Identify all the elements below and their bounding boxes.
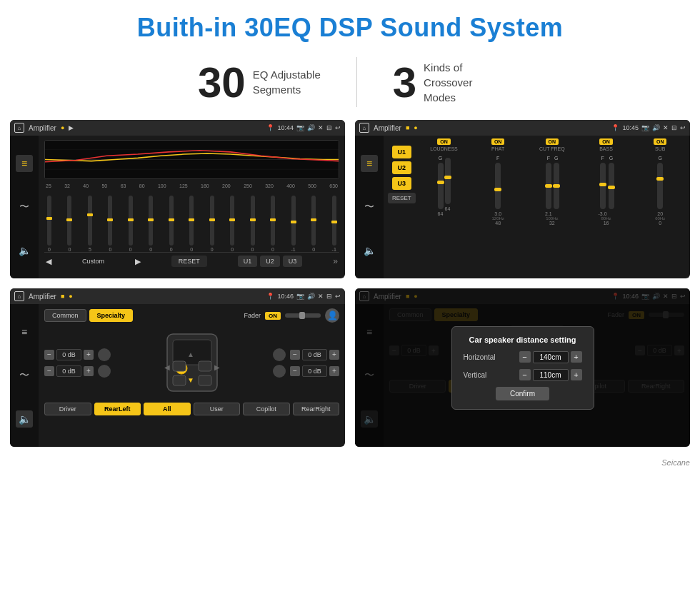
speaker-top-row: Common Specialty Fader ON 👤 bbox=[44, 308, 339, 323]
eq-slider-2: 0 bbox=[67, 196, 71, 252]
status-bar-3: ⌂ Amplifier ■ ● 📍 10:46 📷 🔊 ✕ ⊟ ↩ bbox=[10, 288, 345, 304]
crossover-stat: 3 Kinds of Crossover Modes bbox=[357, 58, 538, 107]
fader-track[interactable] bbox=[285, 313, 321, 318]
speaker-icon-fl bbox=[98, 348, 111, 361]
close-icon-1: ✕ bbox=[318, 124, 324, 131]
sidebar-speaker-icon[interactable]: 🔈 bbox=[16, 242, 33, 259]
sidebar-eq-icon-2[interactable]: ≡ bbox=[361, 155, 378, 172]
eq-slider-6: 0 bbox=[149, 196, 153, 252]
eq-slider-5: 0 bbox=[129, 196, 133, 252]
fader-on-badge[interactable]: ON bbox=[265, 312, 281, 320]
db-control-rr: − 0 dB + bbox=[273, 365, 339, 378]
eq-u3-btn[interactable]: U3 bbox=[283, 256, 303, 267]
screen-body-2: ≡ 〜 🔈 U1 U2 U3 RESET bbox=[355, 136, 690, 278]
db-plus-fl[interactable]: + bbox=[84, 350, 94, 360]
speaker-icon-rr bbox=[273, 365, 286, 378]
sub-on[interactable]: ON bbox=[654, 138, 667, 145]
bass-on[interactable]: ON bbox=[599, 138, 613, 145]
db-value-fr: 0 dB bbox=[302, 349, 327, 360]
common-tab-3[interactable]: Common bbox=[44, 309, 86, 322]
db-control-rl: − 0 dB + bbox=[44, 365, 111, 378]
eq-number: 30 bbox=[198, 58, 246, 107]
back-icon-3: ↩ bbox=[335, 293, 341, 300]
sidebar-wave-icon-2[interactable]: 〜 bbox=[361, 198, 378, 216]
driver-btn-3[interactable]: Driver bbox=[44, 403, 91, 415]
eq-mode-label: Custom bbox=[82, 258, 104, 265]
sidebar-eq-icon[interactable]: ≡ bbox=[16, 155, 33, 172]
u1-preset-btn[interactable]: U1 bbox=[392, 146, 412, 158]
horizontal-plus-btn[interactable]: + bbox=[571, 351, 582, 363]
fader-row: Fader ON 👤 bbox=[244, 308, 339, 323]
horizontal-label: Horizontal bbox=[464, 353, 506, 361]
eq-stat: 30 EQ Adjustable Segments bbox=[162, 58, 356, 107]
specialty-tab-3[interactable]: Specialty bbox=[89, 309, 134, 322]
vertical-plus-btn[interactable]: + bbox=[571, 369, 582, 380]
rearright-btn-3[interactable]: RearRight bbox=[293, 403, 340, 415]
db-value-rl: 0 dB bbox=[56, 365, 81, 377]
confirm-btn[interactable]: Confirm bbox=[496, 387, 549, 400]
sidebar-speaker-icon-3[interactable]: 🔈 bbox=[16, 410, 33, 428]
screen-distance: ⌂ Amplifier ■ ● 📍 10:46 📷 🔊 ✕ ⊟ ↩ ≡ 〜 🔈 bbox=[355, 288, 690, 447]
volume-icon-1: 🔊 bbox=[307, 124, 315, 131]
db-plus-fr[interactable]: + bbox=[329, 350, 339, 360]
user-btn-3[interactable]: User bbox=[194, 403, 241, 415]
vertical-minus-btn[interactable]: − bbox=[519, 369, 531, 380]
eq-mode-btns: U1 U2 U3 bbox=[238, 256, 303, 267]
u2-preset-btn[interactable]: U2 bbox=[392, 161, 412, 174]
location-icon-3: 📍 bbox=[266, 293, 274, 300]
rec-dot-2: ■ bbox=[406, 124, 409, 131]
svg-rect-9 bbox=[199, 361, 211, 371]
camera-icon-3: 📷 bbox=[296, 293, 304, 300]
watermark: Seicane bbox=[0, 457, 700, 470]
location-icon-1: 📍 bbox=[266, 124, 274, 131]
db-minus-rl[interactable]: − bbox=[44, 366, 54, 376]
screen-body-1: ≡ 〜 🔈 bbox=[10, 136, 345, 278]
svg-text:▼: ▼ bbox=[187, 376, 194, 384]
eq-slider-3: 5 bbox=[88, 196, 92, 252]
speaker-icon-rl bbox=[98, 365, 111, 378]
rearleft-btn-3[interactable]: RearLeft bbox=[94, 403, 141, 415]
eq-slider-12: 0 bbox=[271, 196, 275, 252]
svg-text:▶: ▶ bbox=[214, 363, 220, 371]
sidebar-wave-icon[interactable]: 〜 bbox=[16, 198, 33, 216]
db-plus-rl[interactable]: + bbox=[84, 366, 94, 376]
eq-slider-1: 0 bbox=[47, 196, 51, 252]
back-icon-1: ↩ bbox=[335, 124, 341, 131]
loudness-on[interactable]: ON bbox=[437, 138, 451, 145]
home-icon-2[interactable]: ⌂ bbox=[359, 123, 369, 133]
eq-prev-btn[interactable]: ◀ bbox=[46, 257, 51, 266]
eq-next-btn[interactable]: ▶ bbox=[135, 257, 141, 266]
svg-rect-8 bbox=[173, 361, 186, 371]
back-icon-2: ↩ bbox=[680, 124, 686, 131]
home-icon-3[interactable]: ⌂ bbox=[14, 291, 24, 301]
vertical-row: Vertical − 110cm + bbox=[464, 369, 582, 381]
copilot-btn-3[interactable]: Copilot bbox=[243, 403, 290, 415]
sidebar-eq-icon-3[interactable]: ≡ bbox=[16, 323, 33, 340]
all-btn-3[interactable]: All bbox=[144, 403, 191, 415]
fader-handle bbox=[299, 312, 305, 319]
crossover-reset-btn[interactable]: RESET bbox=[388, 193, 416, 203]
eq-reset-btn[interactable]: RESET bbox=[171, 256, 207, 267]
db-minus-fr[interactable]: − bbox=[290, 350, 300, 360]
eq-u1-btn[interactable]: U1 bbox=[238, 256, 258, 267]
app-title-2: Amplifier bbox=[374, 124, 401, 132]
rec-dot-1: ● bbox=[61, 124, 64, 131]
db-control-fl: − 0 dB + bbox=[44, 348, 111, 361]
home-icon-1[interactable]: ⌂ bbox=[14, 123, 24, 133]
db-minus-rr[interactable]: − bbox=[290, 366, 300, 376]
db-value-fl: 0 dB bbox=[56, 349, 81, 360]
db-plus-rr[interactable]: + bbox=[329, 366, 339, 376]
db-minus-fl[interactable]: − bbox=[44, 350, 54, 360]
camera-icon-1: 📷 bbox=[296, 124, 304, 131]
cutfreq-on[interactable]: ON bbox=[546, 138, 559, 145]
eq-slider-7: 0 bbox=[169, 196, 174, 252]
u3-preset-btn[interactable]: U3 bbox=[392, 177, 412, 190]
sidebar-wave-icon-3[interactable]: 〜 bbox=[16, 367, 33, 384]
eq-slider-13: -1 bbox=[291, 196, 295, 252]
horizontal-value: 140cm bbox=[533, 351, 569, 363]
phat-on[interactable]: ON bbox=[491, 138, 505, 145]
sidebar-speaker-icon-2[interactable]: 🔈 bbox=[361, 242, 378, 259]
horizontal-minus-btn[interactable]: − bbox=[519, 351, 531, 363]
eq-u2-btn[interactable]: U2 bbox=[260, 256, 280, 267]
svg-rect-11 bbox=[199, 375, 211, 385]
